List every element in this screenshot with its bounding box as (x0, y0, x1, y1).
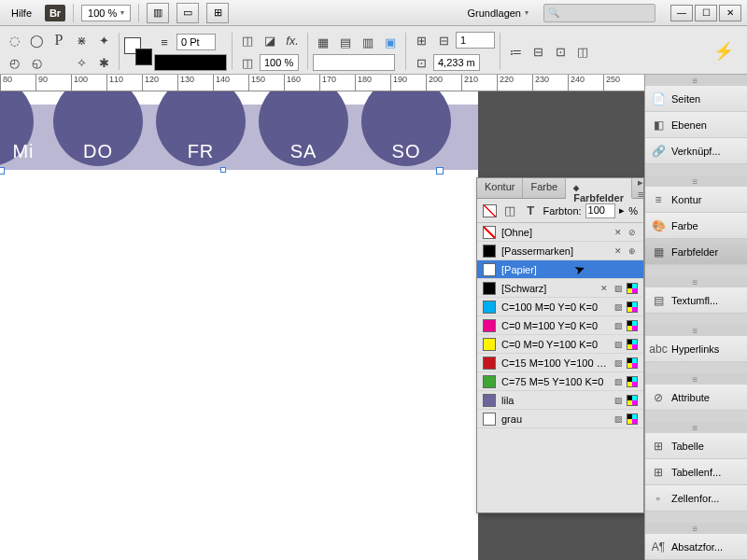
tint-input[interactable]: 100 (585, 203, 616, 218)
text-formatting-icon[interactable]: T (522, 201, 540, 221)
tab-kontur[interactable]: Kontur (477, 178, 523, 198)
arrange-button[interactable]: ⊞ (206, 3, 229, 23)
panel-item-attribute[interactable]: ⊘Attribute (645, 385, 747, 411)
tool-icon[interactable]: ✧ (71, 52, 92, 73)
calendar-header-object[interactable]: MiDOFRSASO (0, 105, 478, 170)
calendar-day[interactable]: FR (149, 105, 252, 170)
calendar-day[interactable]: SO (355, 105, 458, 170)
panel-item-farbfelder[interactable]: ▦Farbfelder (645, 239, 747, 265)
fill-proxy[interactable] (483, 204, 497, 217)
swatch-row[interactable]: [Ohne]✕⊘ (477, 223, 643, 242)
fx-button[interactable]: fx. (282, 30, 303, 50)
view-options-button[interactable]: ▥ (147, 3, 169, 23)
ruler-tick: 110 (106, 75, 123, 91)
quick-apply-icon[interactable]: ⚡ (704, 41, 743, 62)
panel-item-ebenen[interactable]: ◧Ebenen (645, 112, 747, 138)
panel-icon: ≡ (651, 192, 666, 207)
align-icon[interactable]: ◫ (572, 41, 593, 62)
panel-icon: ⊞ (651, 465, 666, 480)
panel-item-farbe[interactable]: 🎨Farbe (645, 213, 747, 239)
workspace-switcher[interactable]: Grundlagen (468, 7, 529, 19)
screen-mode-button[interactable]: ▭ (176, 3, 199, 23)
tab-farbfelder[interactable]: Farbfelder (566, 178, 632, 199)
tab-farbe[interactable]: Farbe (523, 178, 566, 198)
panel-item-textumfl[interactable]: ▤Textumfl... (645, 287, 747, 314)
calendar-day[interactable]: Mi (0, 105, 47, 170)
swatch-flags: ▨ (613, 301, 638, 313)
swatch-row[interactable]: C=100 M=0 Y=0 K=0▨ (477, 298, 643, 316)
panel-icon: ▤ (651, 293, 666, 308)
tool-icon[interactable]: P (49, 30, 69, 50)
panel-item-kontur[interactable]: ≡Kontur (645, 187, 747, 213)
stroke-weight-field[interactable]: 0 Pt (176, 34, 216, 50)
page-field[interactable]: 1 (456, 32, 495, 49)
wrap-icon[interactable]: ▣ (380, 32, 401, 52)
panel-grip[interactable] (645, 325, 747, 336)
panel-grip[interactable] (645, 276, 747, 287)
calendar-day[interactable]: SA (252, 105, 355, 170)
panel-grip[interactable] (645, 175, 747, 187)
panel-item-tabellenf[interactable]: ⊞Tabellenf... (645, 459, 747, 485)
panel-icon: ⊞ (651, 439, 666, 454)
tool-icon[interactable]: ◵ (26, 52, 47, 73)
tool-icon[interactable]: ✦ (93, 30, 114, 50)
align-icon[interactable]: ≔ (505, 41, 526, 62)
swatch-row[interactable]: lila▨ (477, 391, 643, 410)
panel-item-seiten[interactable]: 📄Seiten (645, 86, 747, 112)
tool-icon[interactable]: ⋇ (71, 30, 92, 50)
swatch-chip (483, 413, 496, 426)
wrap-offset-field[interactable] (313, 54, 395, 71)
panel-icon: 📄 (651, 91, 666, 106)
panel-icon: abc (651, 342, 666, 357)
swatch-row[interactable]: grau▨ (477, 410, 643, 428)
panel-grip[interactable] (645, 523, 747, 534)
columns-icon[interactable]: ⊞ (411, 30, 431, 50)
swatch-row[interactable]: C=75 M=5 Y=100 K=0▨ (477, 372, 643, 391)
align-icon[interactable]: ⊡ (550, 41, 571, 62)
close-button[interactable]: ✕ (719, 5, 741, 21)
tool-icon[interactable]: ✱ (93, 52, 114, 73)
swatch-row[interactable]: C=0 M=0 Y=100 K=0▨ (477, 335, 643, 354)
tool-icon[interactable]: ◌ (4, 30, 24, 50)
wrap-icon[interactable]: ▤ (335, 32, 356, 52)
fill-stroke-swatch[interactable] (124, 37, 152, 65)
tool-icon[interactable]: ◴ (4, 52, 24, 73)
help-menu[interactable]: Hilfe (6, 6, 37, 21)
minimize-button[interactable]: — (670, 5, 693, 21)
align-icon[interactable]: ⊟ (528, 41, 548, 62)
panel-item-absatzfor[interactable]: A¶Absatzfor... (645, 534, 747, 560)
swatch-row[interactable]: [Papier] (477, 260, 643, 279)
effects-drop-icon[interactable]: ◪ (260, 30, 280, 50)
global-icon: ▨ (613, 320, 624, 331)
panel-grip[interactable] (645, 373, 747, 385)
panel-item-hyperlinks[interactable]: abcHyperlinks (645, 336, 747, 362)
columns-icon[interactable]: ⊟ (433, 30, 454, 50)
bridge-button[interactable]: Br (45, 5, 65, 21)
panel-item-verknpf[interactable]: 🔗Verknüpf... (645, 138, 747, 164)
container-formatting-icon[interactable]: ◫ (500, 201, 518, 221)
opacity-field[interactable]: 100 % (260, 54, 299, 71)
swatch-row[interactable]: C=0 M=100 Y=0 K=0▨ (477, 316, 643, 335)
panel-grip[interactable] (645, 75, 747, 86)
wrap-icon[interactable]: ▥ (358, 32, 378, 52)
swatch-row[interactable]: [Schwarz]✕▨ (477, 279, 643, 298)
tool-icon[interactable] (49, 52, 69, 73)
zoom-level-select[interactable]: 100 % (81, 5, 131, 21)
search-input[interactable] (543, 4, 655, 22)
menubar: Hilfe Br 100 % ▥ ▭ ⊞ Grundlagen — ☐ ✕ (0, 0, 747, 26)
swatch-row[interactable]: C=15 M=100 Y=100 K=0▨ (477, 354, 643, 372)
gutter-field[interactable]: 4,233 m (433, 54, 480, 71)
wrap-icon[interactable]: ▦ (313, 32, 333, 52)
horizontal-ruler[interactable]: 8090100110120130140150160170180190200210… (0, 75, 747, 91)
panel-item-zellenfor[interactable]: ▫Zellenfor... (645, 485, 747, 511)
tool-icon[interactable]: ◯ (26, 30, 47, 50)
panel-item-tabelle[interactable]: ⊞Tabelle (645, 433, 747, 459)
panel-grip[interactable] (645, 422, 747, 433)
maximize-button[interactable]: ☐ (695, 5, 717, 21)
effects-corner-icon[interactable]: ◫ (237, 30, 258, 50)
swatch-row[interactable]: [Passermarken]✕⊕ (477, 242, 643, 260)
gutter-icon[interactable]: ⊡ (411, 52, 431, 73)
swatch-name: [Schwarz] (501, 283, 593, 294)
stroke-style-select[interactable] (154, 54, 227, 71)
calendar-day[interactable]: DO (47, 105, 149, 170)
